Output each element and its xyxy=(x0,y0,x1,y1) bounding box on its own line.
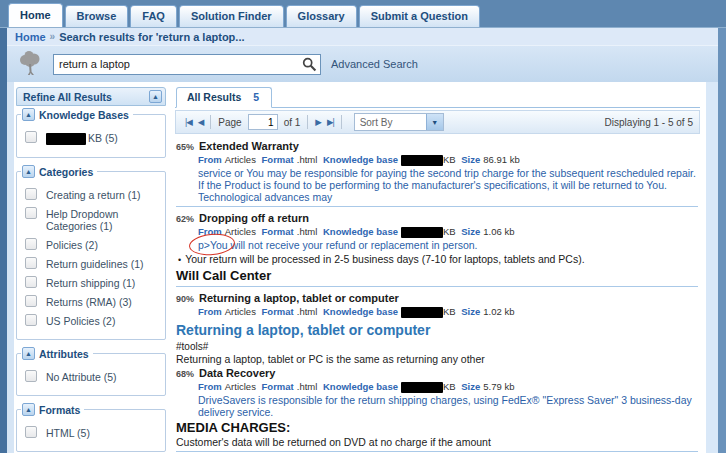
filter-no-attribute[interactable]: No Attribute (5) xyxy=(25,370,161,383)
results-count: 5 xyxy=(253,91,259,103)
section-knowledge-bases: ▲ Knowledge Bases KB (5) xyxy=(16,114,166,158)
filter-html[interactable]: HTML (5) xyxy=(25,426,161,439)
checkbox[interactable] xyxy=(25,370,37,382)
refine-header: Refine All Results ▲ xyxy=(16,87,166,106)
filter-return-shipping[interactable]: Return shipping (1) xyxy=(25,276,161,289)
collapse-attributes-icon[interactable]: ▲ xyxy=(22,347,35,360)
section-categories: ▲ Categories Creating a return (1) Help … xyxy=(16,171,166,340)
results-tabbar: All Results5 xyxy=(175,87,700,108)
article-heading-link[interactable]: Returning a laptop, tablet or computer xyxy=(176,322,698,339)
checkbox[interactable] xyxy=(25,257,37,269)
result-meta: FromArticles Format.html Knowledge baseK… xyxy=(198,226,698,238)
search-input[interactable] xyxy=(53,54,321,75)
filter-label: Help Dropdown Categories (1) xyxy=(46,208,161,232)
search-result: 62% Dropping off a return FromArticles F… xyxy=(176,212,698,290)
tab-glossary[interactable]: Glossary xyxy=(286,5,357,27)
tab-browse[interactable]: Browse xyxy=(65,5,129,27)
filter-label: US Policies (2) xyxy=(46,315,115,327)
section-attributes: ▲ Attributes No Attribute (5) xyxy=(16,353,166,396)
result-title-link[interactable]: Extended Warranty xyxy=(199,140,299,152)
toolbar-divider xyxy=(210,115,211,129)
relevance-percent: 62% xyxy=(176,213,194,225)
filter-label: No Attribute (5) xyxy=(46,371,117,383)
filter-label: Return shipping (1) xyxy=(46,277,135,289)
breadcrumb: Home » Search results for 'return a lapt… xyxy=(7,28,718,45)
checkbox[interactable] xyxy=(25,295,37,307)
checkbox[interactable] xyxy=(25,238,37,250)
result-divider xyxy=(176,206,698,210)
page-number-input[interactable] xyxy=(248,114,278,130)
collapse-categories-icon[interactable]: ▲ xyxy=(22,165,35,178)
result-body-text: Customer's data will be returned on DVD … xyxy=(176,436,698,448)
breadcrumb-home-link[interactable]: Home xyxy=(15,31,46,43)
result-title-link[interactable]: Dropping off a return xyxy=(199,212,309,224)
collapse-sidebar-button[interactable]: ▲ xyxy=(149,90,162,103)
result-title-link[interactable]: Returning a laptop, tablet or computer xyxy=(199,292,399,304)
tab-home[interactable]: Home xyxy=(8,3,63,27)
redaction-box xyxy=(401,227,443,238)
filter-label: Creating a return (1) xyxy=(46,189,141,201)
result-snippet: p>You will not receive your refund or re… xyxy=(198,239,698,251)
result-meta: FromArticles Format.html Knowledge baseK… xyxy=(198,306,698,318)
filter-return-guidelines[interactable]: Return guidelines (1) xyxy=(25,257,161,270)
tab-solution-finder[interactable]: Solution Finder xyxy=(179,5,284,27)
tab-submit-question[interactable]: Submit a Question xyxy=(359,5,480,27)
result-subheading: MEDIA CHARGES: xyxy=(176,420,698,435)
results-list: 65% Extended Warranty FromArticles Forma… xyxy=(175,134,700,453)
section-title: Categories xyxy=(39,166,93,178)
content-area: Refine All Results ▲ ▲ Knowledge Bases K… xyxy=(7,82,706,453)
checkbox[interactable] xyxy=(25,314,37,326)
last-page-button[interactable]: ▶| xyxy=(324,117,337,127)
section-title: Attributes xyxy=(39,348,89,360)
prev-page-button[interactable]: ◀ xyxy=(195,117,207,127)
sort-by-value: Sort By xyxy=(355,114,426,130)
right-gutter xyxy=(706,82,718,453)
section-title: Knowledge Bases xyxy=(39,109,129,121)
search-result: 65% Extended Warranty FromArticles Forma… xyxy=(176,140,698,210)
search-result: 90% Returning a laptop, tablet or comput… xyxy=(176,292,698,365)
result-snippet: DriveSavers is responsible for the retur… xyxy=(198,394,698,418)
filter-creating-a-return[interactable]: Creating a return (1) xyxy=(25,188,161,201)
result-meta: FromArticles Format.html Knowledge baseK… xyxy=(198,154,698,166)
result-body-text: Returning a laptop, tablet or PC is the … xyxy=(176,353,698,365)
filter-us-policies[interactable]: US Policies (2) xyxy=(25,314,161,327)
tab-faq[interactable]: FAQ xyxy=(130,5,177,27)
filter-knowledge-base[interactable]: KB (5) xyxy=(25,131,161,145)
tab-all-results-label: All Results xyxy=(187,91,241,103)
results-toolbar: |◀ ◀ Page of 1 ▶ ▶| Sort By ▼ Displaying… xyxy=(175,110,700,134)
relevance-percent: 68% xyxy=(176,368,194,380)
filter-label: KB (5) xyxy=(46,132,118,145)
collapse-formats-icon[interactable]: ▲ xyxy=(22,403,35,416)
redaction-box xyxy=(401,307,443,318)
checkbox[interactable] xyxy=(25,276,37,288)
result-title-link[interactable]: Data Recovery xyxy=(199,367,275,379)
sort-by-dropdown[interactable]: Sort By ▼ xyxy=(354,113,444,131)
first-page-button[interactable]: |◀ xyxy=(182,117,195,127)
chevron-down-icon[interactable]: ▼ xyxy=(426,114,443,130)
bullet-icon: • xyxy=(178,255,181,265)
filter-policies[interactable]: Policies (2) xyxy=(25,238,161,251)
checkbox[interactable] xyxy=(25,207,37,219)
search-box xyxy=(53,54,321,75)
app-window: Home » Search results for 'return a lapt… xyxy=(0,28,726,453)
relevance-percent: 65% xyxy=(176,141,194,153)
tree-logo-icon xyxy=(17,50,43,78)
next-page-button[interactable]: ▶ xyxy=(312,117,324,127)
tab-all-results[interactable]: All Results5 xyxy=(176,87,272,108)
checkbox[interactable] xyxy=(25,188,37,200)
result-bullet-line: •Your return will be processed in 2-5 bu… xyxy=(176,253,698,266)
section-title: Formats xyxy=(39,404,80,416)
refine-title: Refine All Results xyxy=(23,91,149,103)
top-nav-bar: Home Browse FAQ Solution Finder Glossary… xyxy=(0,0,726,28)
checkbox[interactable] xyxy=(25,131,37,143)
advanced-search-link[interactable]: Advanced Search xyxy=(331,58,418,70)
result-meta: FromArticles Format.html Knowledge baseK… xyxy=(198,381,698,393)
collapse-knowledge-bases-icon[interactable]: ▲ xyxy=(22,108,35,121)
redaction-box xyxy=(46,133,86,145)
breadcrumb-current: Search results for 'return a laptop... xyxy=(59,31,244,43)
filter-help-dropdown-categories[interactable]: Help Dropdown Categories (1) xyxy=(25,207,161,232)
filter-returns-rma[interactable]: Returns (RMA) (3) xyxy=(25,295,161,308)
checkbox[interactable] xyxy=(25,426,37,438)
toolbar-divider xyxy=(307,115,308,129)
search-icon[interactable] xyxy=(302,57,317,72)
